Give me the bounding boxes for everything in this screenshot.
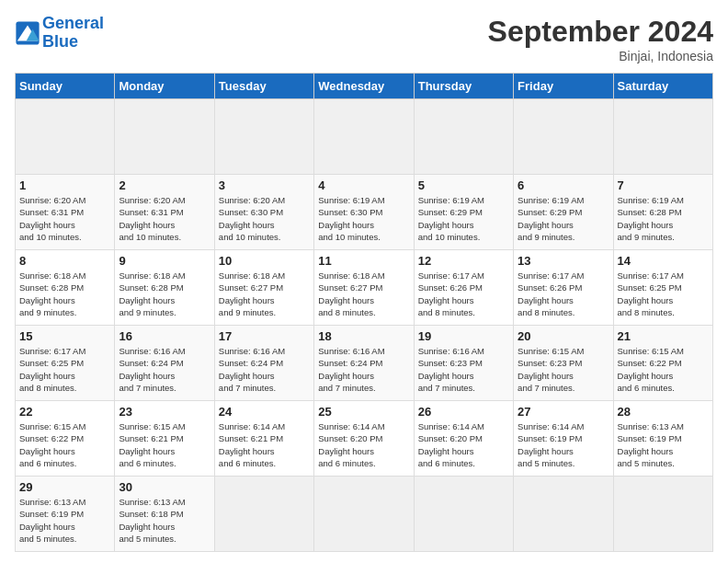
table-row: 9Sunrise: 6:18 AMSunset: 6:28 PMDaylight… <box>115 250 214 326</box>
table-row: 1Sunrise: 6:20 AMSunset: 6:31 PMDaylight… <box>16 175 115 250</box>
day-number: 1 <box>19 178 110 192</box>
col-monday: Monday <box>115 74 214 99</box>
day-number: 28 <box>618 405 709 419</box>
table-row: 7Sunrise: 6:19 AMSunset: 6:28 PMDaylight… <box>613 175 712 250</box>
table-row: 14Sunrise: 6:17 AMSunset: 6:25 PMDayligh… <box>613 250 712 326</box>
table-row: 19Sunrise: 6:16 AMSunset: 6:23 PMDayligh… <box>414 326 513 401</box>
table-row <box>214 477 313 552</box>
logo-text: General Blue <box>42 15 104 52</box>
col-tuesday: Tuesday <box>214 74 313 99</box>
day-number: 12 <box>418 254 509 268</box>
day-number: 30 <box>119 480 210 494</box>
table-row: 12Sunrise: 6:17 AMSunset: 6:26 PMDayligh… <box>414 250 513 326</box>
table-row: 30Sunrise: 6:13 AMSunset: 6:18 PMDayligh… <box>115 477 214 552</box>
day-info: Sunrise: 6:19 AMSunset: 6:29 PMDaylight … <box>518 194 609 243</box>
day-info: Sunrise: 6:19 AMSunset: 6:30 PMDaylight … <box>318 194 409 243</box>
day-number: 26 <box>418 405 509 419</box>
table-row <box>613 99 712 175</box>
calendar-container: General Blue September 2024 Binjai, Indo… <box>0 0 728 563</box>
day-number: 3 <box>219 178 310 192</box>
day-info: Sunrise: 6:15 AMSunset: 6:23 PMDaylight … <box>518 345 609 394</box>
calendar-week-row <box>16 99 713 175</box>
day-info: Sunrise: 6:15 AMSunset: 6:22 PMDaylight … <box>19 420 110 469</box>
day-info: Sunrise: 6:16 AMSunset: 6:24 PMDaylight … <box>119 345 210 394</box>
day-info: Sunrise: 6:16 AMSunset: 6:23 PMDaylight … <box>418 345 509 394</box>
day-number: 22 <box>19 405 110 419</box>
table-row: 13Sunrise: 6:17 AMSunset: 6:26 PMDayligh… <box>514 250 613 326</box>
day-info: Sunrise: 6:16 AMSunset: 6:24 PMDaylight … <box>318 345 409 394</box>
logo-icon <box>15 20 40 46</box>
calendar-header-row: Sunday Monday Tuesday Wednesday Thursday… <box>16 74 713 99</box>
day-info: Sunrise: 6:19 AMSunset: 6:28 PMDaylight … <box>618 194 709 243</box>
table-row <box>314 477 414 552</box>
table-row <box>214 99 313 175</box>
day-number: 13 <box>518 254 609 268</box>
table-row <box>514 477 613 552</box>
header: General Blue September 2024 Binjai, Indo… <box>15 15 713 63</box>
day-number: 18 <box>318 329 409 343</box>
table-row: 22Sunrise: 6:15 AMSunset: 6:22 PMDayligh… <box>16 401 115 477</box>
table-row: 27Sunrise: 6:14 AMSunset: 6:19 PMDayligh… <box>514 401 613 477</box>
table-row: 24Sunrise: 6:14 AMSunset: 6:21 PMDayligh… <box>214 401 313 477</box>
day-info: Sunrise: 6:14 AMSunset: 6:20 PMDaylight … <box>418 420 509 469</box>
day-info: Sunrise: 6:18 AMSunset: 6:27 PMDaylight … <box>219 270 310 318</box>
calendar-table: Sunday Monday Tuesday Wednesday Thursday… <box>15 73 713 552</box>
day-number: 17 <box>219 329 310 343</box>
day-number: 8 <box>19 254 110 268</box>
table-row: 2Sunrise: 6:20 AMSunset: 6:31 PMDaylight… <box>115 175 214 250</box>
table-row: 8Sunrise: 6:18 AMSunset: 6:28 PMDaylight… <box>16 250 115 326</box>
col-saturday: Saturday <box>613 74 712 99</box>
logo: General Blue <box>15 15 104 52</box>
table-row <box>414 99 513 175</box>
table-row: 3Sunrise: 6:20 AMSunset: 6:30 PMDaylight… <box>214 175 313 250</box>
day-number: 10 <box>219 254 310 268</box>
table-row: 15Sunrise: 6:17 AMSunset: 6:25 PMDayligh… <box>16 326 115 401</box>
day-info: Sunrise: 6:18 AMSunset: 6:28 PMDaylight … <box>19 270 110 318</box>
day-number: 6 <box>518 178 609 192</box>
day-number: 29 <box>19 480 110 494</box>
table-row: 4Sunrise: 6:19 AMSunset: 6:30 PMDaylight… <box>314 175 414 250</box>
day-info: Sunrise: 6:20 AMSunset: 6:31 PMDaylight … <box>119 194 210 243</box>
table-row <box>16 99 115 175</box>
day-info: Sunrise: 6:17 AMSunset: 6:25 PMDaylight … <box>618 270 709 318</box>
table-row: 10Sunrise: 6:18 AMSunset: 6:27 PMDayligh… <box>214 250 313 326</box>
table-row <box>115 99 214 175</box>
table-row <box>414 477 513 552</box>
day-number: 9 <box>119 254 210 268</box>
table-row: 18Sunrise: 6:16 AMSunset: 6:24 PMDayligh… <box>314 326 414 401</box>
col-thursday: Thursday <box>414 74 513 99</box>
calendar-week-row: 1Sunrise: 6:20 AMSunset: 6:31 PMDaylight… <box>16 175 713 250</box>
col-friday: Friday <box>514 74 613 99</box>
location: Binjai, Indonesia <box>488 49 713 63</box>
table-row: 23Sunrise: 6:15 AMSunset: 6:21 PMDayligh… <box>115 401 214 477</box>
day-info: Sunrise: 6:20 AMSunset: 6:30 PMDaylight … <box>219 194 310 243</box>
table-row: 16Sunrise: 6:16 AMSunset: 6:24 PMDayligh… <box>115 326 214 401</box>
day-info: Sunrise: 6:19 AMSunset: 6:29 PMDaylight … <box>418 194 509 243</box>
day-info: Sunrise: 6:18 AMSunset: 6:27 PMDaylight … <box>318 270 409 318</box>
col-wednesday: Wednesday <box>314 74 414 99</box>
table-row: 11Sunrise: 6:18 AMSunset: 6:27 PMDayligh… <box>314 250 414 326</box>
day-number: 15 <box>19 329 110 343</box>
logo-line1: General <box>42 14 104 32</box>
day-info: Sunrise: 6:15 AMSunset: 6:22 PMDaylight … <box>618 345 709 394</box>
table-row <box>514 99 613 175</box>
day-number: 21 <box>618 329 709 343</box>
table-row <box>314 99 414 175</box>
calendar-week-row: 22Sunrise: 6:15 AMSunset: 6:22 PMDayligh… <box>16 401 713 477</box>
calendar-week-row: 15Sunrise: 6:17 AMSunset: 6:25 PMDayligh… <box>16 326 713 401</box>
day-info: Sunrise: 6:13 AMSunset: 6:19 PMDaylight … <box>618 420 709 469</box>
day-info: Sunrise: 6:18 AMSunset: 6:28 PMDaylight … <box>119 270 210 318</box>
table-row: 20Sunrise: 6:15 AMSunset: 6:23 PMDayligh… <box>514 326 613 401</box>
day-number: 20 <box>518 329 609 343</box>
day-number: 27 <box>518 405 609 419</box>
calendar-week-row: 8Sunrise: 6:18 AMSunset: 6:28 PMDaylight… <box>16 250 713 326</box>
table-row <box>613 477 712 552</box>
day-info: Sunrise: 6:20 AMSunset: 6:31 PMDaylight … <box>19 194 110 243</box>
day-info: Sunrise: 6:17 AMSunset: 6:25 PMDaylight … <box>19 345 110 394</box>
day-number: 23 <box>119 405 210 419</box>
day-number: 14 <box>618 254 709 268</box>
logo-line2: Blue <box>42 33 104 52</box>
day-info: Sunrise: 6:17 AMSunset: 6:26 PMDaylight … <box>418 270 509 318</box>
table-row: 17Sunrise: 6:16 AMSunset: 6:24 PMDayligh… <box>214 326 313 401</box>
table-row: 25Sunrise: 6:14 AMSunset: 6:20 PMDayligh… <box>314 401 414 477</box>
